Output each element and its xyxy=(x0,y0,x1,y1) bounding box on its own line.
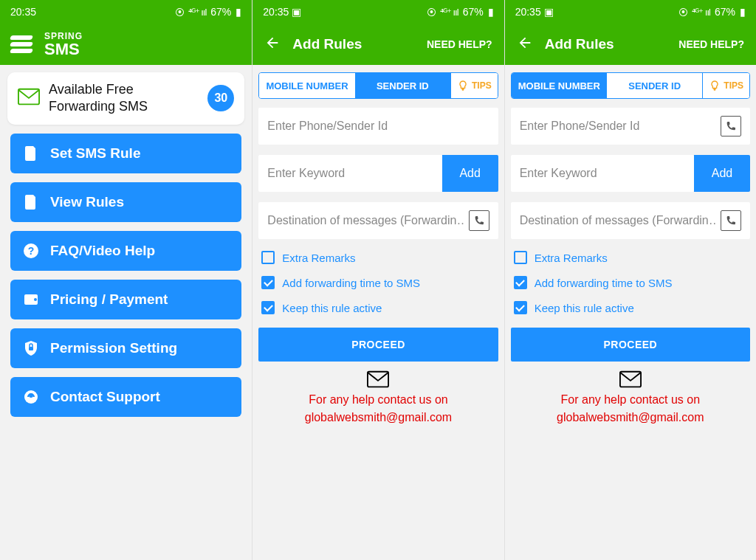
battery-icon: ▮ xyxy=(740,6,746,18)
mail-icon xyxy=(619,370,642,388)
tab-sender-id[interactable]: SENDER ID xyxy=(355,73,450,98)
menu-contact-support[interactable]: Contact Support xyxy=(10,377,241,417)
keyword-input[interactable] xyxy=(267,167,433,180)
checkbox-label: Add forwarding time to SMS xyxy=(282,277,420,289)
contacts-picker-button[interactable] xyxy=(469,210,489,231)
app-bar: Add Rules NEED HELP? xyxy=(505,24,756,65)
help-email[interactable]: globalwebsmith@gmail.com xyxy=(258,409,498,426)
support-icon xyxy=(22,388,40,406)
gallery-icon: ▣ xyxy=(292,6,301,18)
tab-row: MOBILE NUMBER SENDER ID TIPS xyxy=(511,72,750,99)
wifi-icon: ⦿ xyxy=(678,7,687,18)
svg-point-4 xyxy=(34,298,37,301)
menu-label: Pricing / Payment xyxy=(50,291,168,308)
battery-pct: 67% xyxy=(715,6,735,18)
destination-field[interactable] xyxy=(258,202,498,239)
checkbox-label: Extra Remarks xyxy=(535,252,608,264)
tips-label: TIPS xyxy=(724,80,743,91)
status-time: 20:35 ▣ xyxy=(515,6,554,18)
back-button[interactable] xyxy=(264,35,281,54)
help-email[interactable]: globalwebsmith@gmail.com xyxy=(511,409,750,426)
checkbox-keep-active[interactable]: Keep this rule active xyxy=(511,301,750,314)
tab-row: MOBILE NUMBER SENDER ID TIPS xyxy=(258,72,498,99)
menu-faq[interactable]: ? FAQ/Video Help xyxy=(10,231,241,271)
menu-pricing[interactable]: Pricing / Payment xyxy=(10,280,241,319)
contacts-picker-button[interactable] xyxy=(721,116,741,136)
phone-sender-input[interactable] xyxy=(267,120,489,133)
help-line1: For any help contact us on xyxy=(258,391,498,409)
add-keyword-button[interactable]: Add xyxy=(442,155,498,192)
battery-pct: 67% xyxy=(210,6,231,18)
checkbox-extra-remarks[interactable]: Extra Remarks xyxy=(258,251,498,264)
tab-mobile-number[interactable]: MOBILE NUMBER xyxy=(259,73,354,98)
checkbox-label: Keep this rule active xyxy=(282,302,382,314)
checkbox-add-time[interactable]: Add forwarding time to SMS xyxy=(258,276,498,289)
network-icon: ⁴ᴳ⁺ ııl xyxy=(692,7,710,18)
page-title: Add Rules xyxy=(545,36,667,52)
checkbox-label: Add forwarding time to SMS xyxy=(535,277,673,289)
checkbox-add-time[interactable]: Add forwarding time to SMS xyxy=(511,276,750,289)
tips-label: TIPS xyxy=(472,80,492,91)
tips-button[interactable]: TIPS xyxy=(450,73,498,98)
brand-line2: SMS xyxy=(44,41,83,58)
battery-pct: 67% xyxy=(463,6,484,18)
mail-icon xyxy=(18,87,40,109)
destination-field[interactable] xyxy=(511,202,750,239)
menu-label: FAQ/Video Help xyxy=(50,243,155,259)
network-icon: ⁴ᴳ⁺ ııl xyxy=(188,7,207,18)
need-help-button[interactable]: NEED HELP? xyxy=(678,38,744,50)
back-button[interactable] xyxy=(517,35,533,54)
brand-header: SPRING SMS xyxy=(0,24,252,65)
menu-view-rules[interactable]: View Rules xyxy=(10,182,241,222)
menu-label: View Rules xyxy=(50,194,124,210)
status-bar: 20:35 ▣ ⦿ ⁴ᴳ⁺ ııl 67% ▮ xyxy=(505,0,756,24)
status-time: 20:35 ▣ xyxy=(263,6,301,18)
rule-icon xyxy=(22,145,40,162)
keyword-input[interactable] xyxy=(520,167,685,180)
checkbox-icon xyxy=(514,251,527,264)
checkbox-checked-icon xyxy=(261,276,275,289)
need-help-button[interactable]: NEED HELP? xyxy=(427,38,492,50)
help-line1: For any help contact us on xyxy=(511,391,750,409)
screen-add-rules-mobile: 20:35 ▣ ⦿ ⁴ᴳ⁺ ııl 67% ▮ Add Rules NEED H… xyxy=(252,0,504,560)
shield-lock-icon xyxy=(22,339,40,357)
contacts-picker-button[interactable] xyxy=(721,210,741,231)
menu-permission[interactable]: Permission Setting xyxy=(10,328,241,368)
checkbox-checked-icon xyxy=(514,301,527,314)
checkbox-label: Keep this rule active xyxy=(535,302,634,314)
phone-icon xyxy=(725,120,737,132)
menu-label: Permission Setting xyxy=(50,340,177,356)
proceed-button[interactable]: PROCEED xyxy=(258,328,498,362)
screen-add-rules-sender: 20:35 ▣ ⦿ ⁴ᴳ⁺ ııl 67% ▮ Add Rules NEED H… xyxy=(504,0,756,560)
phone-sender-field[interactable] xyxy=(258,108,498,145)
svg-point-7 xyxy=(29,393,33,398)
tab-sender-id[interactable]: SENDER ID xyxy=(607,73,702,98)
pricing-icon xyxy=(22,291,40,308)
destination-input[interactable] xyxy=(267,214,464,227)
keyword-field[interactable] xyxy=(511,155,694,192)
destination-input[interactable] xyxy=(520,214,716,227)
checkbox-keep-active[interactable]: Keep this rule active xyxy=(258,301,498,314)
free-sms-card[interactable]: Available Free Forwarding SMS 30 xyxy=(7,72,244,125)
checkbox-checked-icon xyxy=(514,276,527,289)
status-right: ⦿ ⁴ᴳ⁺ ııl 67% ▮ xyxy=(427,6,494,18)
keyword-field[interactable] xyxy=(258,155,441,192)
status-bar: 20:35 ▣ ⦿ ⁴ᴳ⁺ ııl 67% ▮ xyxy=(252,0,504,24)
gallery-icon: ▣ xyxy=(544,6,554,18)
battery-icon: ▮ xyxy=(236,6,241,18)
svg-rect-9 xyxy=(620,372,641,387)
checkbox-extra-remarks[interactable]: Extra Remarks xyxy=(511,251,750,264)
tips-button[interactable]: TIPS xyxy=(702,73,749,98)
svg-rect-5 xyxy=(29,347,33,350)
proceed-button[interactable]: PROCEED xyxy=(511,328,750,362)
phone-sender-field[interactable] xyxy=(511,108,750,145)
menu-label: Set SMS Rule xyxy=(50,145,140,162)
status-bar: 20:35 ⦿ ⁴ᴳ⁺ ııl 67% ▮ xyxy=(0,0,252,24)
phone-icon xyxy=(473,215,485,227)
add-keyword-button[interactable]: Add xyxy=(694,155,750,192)
phone-sender-input[interactable] xyxy=(520,120,716,133)
list-icon xyxy=(22,193,40,211)
menu-set-sms-rule[interactable]: Set SMS Rule xyxy=(10,134,241,173)
question-icon: ? xyxy=(22,242,40,260)
tab-mobile-number[interactable]: MOBILE NUMBER xyxy=(512,73,607,98)
